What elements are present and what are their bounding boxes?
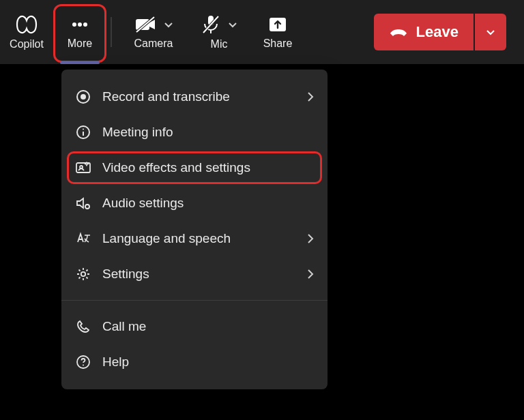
gear-icon bbox=[74, 267, 93, 282]
copilot-label: Copilot bbox=[10, 38, 44, 50]
more-label: More bbox=[68, 38, 92, 50]
svg-point-12 bbox=[81, 94, 86, 100]
chevron-down-icon bbox=[484, 26, 497, 38]
svg-point-15 bbox=[83, 129, 84, 130]
svg-point-0 bbox=[72, 22, 76, 27]
mic-chevron-icon[interactable] bbox=[227, 19, 238, 30]
camera-button[interactable]: Camera bbox=[119, 0, 188, 64]
chevron-right-icon bbox=[306, 90, 315, 104]
meeting-toolbar: Copilot More Camera bbox=[0, 0, 524, 64]
info-icon bbox=[74, 125, 93, 140]
mic-off-icon bbox=[200, 14, 222, 35]
camera-label: Camera bbox=[134, 38, 173, 50]
menu-item-label: Video effects and settings bbox=[102, 160, 250, 175]
help-icon bbox=[74, 355, 93, 370]
menu-item-call-me[interactable]: Call me bbox=[61, 309, 328, 344]
menu-item-label: Record and transcribe bbox=[102, 89, 230, 104]
menu-item-label: Call me bbox=[102, 319, 146, 334]
leave-button[interactable]: Leave bbox=[374, 14, 474, 50]
svg-point-19 bbox=[81, 272, 85, 276]
mic-label: Mic bbox=[211, 38, 228, 50]
leave-label: Leave bbox=[416, 23, 458, 41]
svg-point-2 bbox=[83, 22, 87, 27]
mic-button[interactable]: Mic bbox=[188, 0, 250, 64]
copilot-icon bbox=[14, 14, 39, 35]
ellipsis-icon bbox=[68, 14, 91, 35]
more-button[interactable]: More bbox=[53, 0, 106, 64]
menu-item-record[interactable]: Record and transcribe bbox=[61, 79, 328, 115]
hangup-icon bbox=[389, 25, 408, 39]
svg-point-21 bbox=[83, 365, 84, 366]
record-icon bbox=[74, 89, 93, 104]
svg-point-1 bbox=[78, 22, 82, 27]
chevron-right-icon bbox=[306, 232, 315, 245]
svg-point-18 bbox=[85, 205, 89, 209]
menu-item-meeting-info[interactable]: Meeting info bbox=[61, 115, 328, 150]
menu-item-label: Meeting info bbox=[102, 125, 173, 140]
video-effects-icon bbox=[74, 161, 93, 175]
language-icon bbox=[74, 231, 93, 246]
menu-separator bbox=[61, 300, 328, 301]
leave-button-group: Leave bbox=[374, 14, 506, 50]
menu-item-label: Settings bbox=[102, 267, 149, 282]
more-active-indicator bbox=[60, 61, 100, 64]
menu-item-video-effects[interactable]: Video effects and settings bbox=[61, 150, 328, 185]
phone-icon bbox=[74, 319, 93, 334]
camera-chevron-icon[interactable] bbox=[163, 19, 174, 30]
audio-settings-icon bbox=[74, 196, 93, 211]
share-button[interactable]: Share bbox=[250, 0, 306, 64]
menu-item-label: Help bbox=[102, 355, 129, 370]
leave-options-button[interactable] bbox=[475, 14, 506, 50]
menu-item-label: Language and speech bbox=[102, 231, 231, 246]
chevron-right-icon bbox=[306, 267, 315, 281]
menu-item-audio-settings[interactable]: Audio settings bbox=[61, 185, 328, 221]
menu-item-language[interactable]: Language and speech bbox=[61, 221, 328, 256]
toolbar-divider bbox=[111, 17, 112, 47]
menu-item-help[interactable]: Help bbox=[61, 344, 328, 380]
copilot-button[interactable]: Copilot bbox=[0, 0, 53, 64]
more-menu: Record and transcribe Meeting info Video… bbox=[61, 70, 328, 389]
share-label: Share bbox=[263, 38, 293, 50]
camera-off-icon bbox=[133, 14, 158, 35]
menu-item-label: Audio settings bbox=[102, 196, 184, 211]
menu-item-settings[interactable]: Settings bbox=[61, 256, 328, 292]
share-icon bbox=[266, 14, 289, 35]
